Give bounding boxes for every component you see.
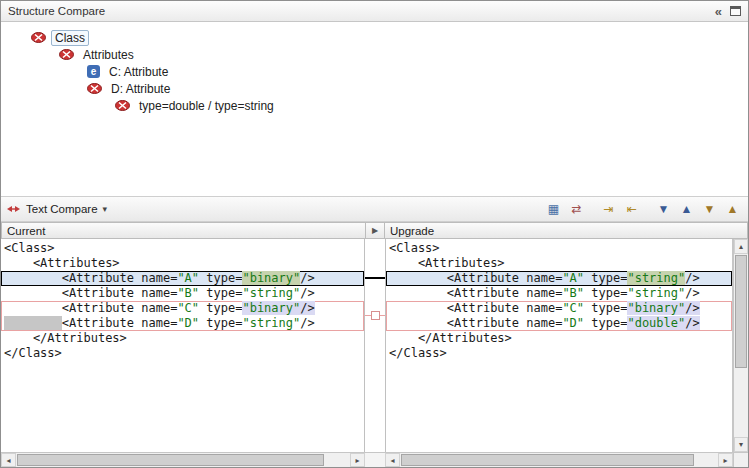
code-line[interactable]: <Attribute name="C" type="binary"/> xyxy=(386,301,732,316)
vertical-scrollbar[interactable]: ▴ ▾ xyxy=(733,239,748,452)
xml-code: /> xyxy=(685,286,699,300)
right-horizontal-scroll-thumb[interactable] xyxy=(401,454,694,466)
chevron-down-icon[interactable]: ▾ xyxy=(103,204,108,214)
maximize-pane-icon[interactable] xyxy=(730,6,741,16)
xml-attribute-value: "binary" xyxy=(627,301,685,315)
structure-compare-header: Structure Compare « xyxy=(1,1,748,22)
gutter-footer xyxy=(365,452,385,467)
right-horizontal-scrollbar[interactable]: ◂ ▸ xyxy=(385,452,733,467)
tree-item[interactable]: Attributes xyxy=(1,46,748,63)
copy-all-left-to-right-icon[interactable]: ⇥ xyxy=(598,200,619,219)
xml-code: <Attribute name= xyxy=(389,316,562,330)
xml-code: </Attributes> xyxy=(4,331,127,345)
left-horizontal-scroll-track[interactable] xyxy=(16,453,350,467)
selected-diff-connector xyxy=(365,277,385,279)
element-e-icon: e xyxy=(87,65,100,78)
code-line[interactable]: <Attribute name="C" type="binary"/> xyxy=(1,301,364,316)
scroll-right-button[interactable]: ▸ xyxy=(718,453,733,467)
code-line[interactable]: <Class> xyxy=(1,241,364,256)
left-code[interactable]: <Class> <Attributes> <Attribute name="A"… xyxy=(1,239,365,452)
change-handle[interactable] xyxy=(371,311,380,320)
tree-item[interactable]: eC: Attribute xyxy=(1,63,748,80)
collapse-chevrons-icon[interactable]: « xyxy=(715,4,721,19)
left-pane-title: Current xyxy=(7,225,45,237)
xml-attribute-value: "binary" xyxy=(242,271,300,285)
right-code[interactable]: <Class> <Attributes> <Attribute name="A"… xyxy=(385,239,733,452)
tree-item[interactable]: type=double / type=string xyxy=(1,97,748,114)
code-line[interactable]: <Attribute name="A" type="string"/> xyxy=(386,271,732,286)
xml-attribute-value: "A" xyxy=(177,271,199,285)
scroll-right-button[interactable]: ▸ xyxy=(350,453,365,467)
scroll-down-button[interactable]: ▾ xyxy=(734,437,748,452)
code-line[interactable]: </Attributes> xyxy=(1,331,364,346)
code-line[interactable]: <Class> xyxy=(386,241,732,256)
xml-attribute-value: "string" xyxy=(242,316,300,330)
compare-icon xyxy=(6,203,21,215)
previous-difference-icon[interactable]: ▲ xyxy=(676,200,697,219)
xml-code: /> xyxy=(685,301,699,315)
show-ancestor-pane-icon[interactable]: ▦ xyxy=(543,200,564,219)
scroll-left-button[interactable]: ◂ xyxy=(385,453,400,467)
vertical-scroll-thumb[interactable] xyxy=(735,255,747,368)
xml-code: /> xyxy=(685,271,699,285)
xml-attribute-value: "double" xyxy=(627,316,685,330)
structure-tree: ClassAttributeseC: AttributeD: Attribute… xyxy=(1,22,748,196)
scroll-left-button[interactable]: ◂ xyxy=(1,453,16,467)
next-difference-icon[interactable]: ▼ xyxy=(653,200,674,219)
xml-attribute-value: "string" xyxy=(627,286,685,300)
xml-attribute-value: "C" xyxy=(177,301,199,315)
xml-code: <Attributes> xyxy=(389,256,505,270)
xml-attribute-value: "D" xyxy=(562,316,584,330)
code-line[interactable]: <Attribute name="A" type="binary"/> xyxy=(1,271,364,286)
code-line[interactable]: <Attribute name="B" type="string"/> xyxy=(1,286,364,301)
xml-code: <Class> xyxy=(389,241,440,255)
xml-code: type= xyxy=(199,286,242,300)
code-line[interactable]: <Attributes> xyxy=(386,256,732,271)
left-horizontal-scroll-thumb[interactable] xyxy=(17,454,324,466)
code-line[interactable]: <Attribute name="D" type="double"/> xyxy=(386,316,732,331)
previous-change-icon[interactable]: ▲ xyxy=(722,200,743,219)
xml-code: /> xyxy=(300,301,314,315)
change-icon xyxy=(115,100,130,111)
right-pane-title: Upgrade xyxy=(390,225,434,237)
tree-item-label: type=double / type=string xyxy=(135,98,278,114)
xml-code: type= xyxy=(199,271,242,285)
code-line[interactable]: </Class> xyxy=(1,346,364,361)
xml-code: <Attribute name= xyxy=(4,301,177,315)
copy-all-right-to-left-icon[interactable]: ⇤ xyxy=(621,200,642,219)
change-icon xyxy=(87,83,102,94)
xml-code: <Class> xyxy=(4,241,55,255)
next-change-icon[interactable]: ▼ xyxy=(699,200,720,219)
left-horizontal-scrollbar[interactable]: ◂ ▸ xyxy=(1,452,365,467)
code-line[interactable]: <Attribute name="B" type="string"/> xyxy=(386,286,732,301)
xml-code: <Attribute name= xyxy=(4,271,177,285)
text-compare-toolbar: ▦⇄⇥⇤▼▲▼▲ xyxy=(543,200,743,219)
tree-item[interactable]: D: Attribute xyxy=(1,80,748,97)
scroll-up-button[interactable]: ▴ xyxy=(734,239,748,254)
xml-attribute-value: "A" xyxy=(562,271,584,285)
xml-attribute-value: "binary" xyxy=(242,301,300,315)
xml-code: type= xyxy=(199,301,242,315)
gutter-direction-button[interactable]: ▶ xyxy=(365,222,385,239)
xml-attribute-value: "string" xyxy=(242,286,300,300)
change-icon xyxy=(31,32,46,43)
tree-item[interactable]: Class xyxy=(1,29,748,46)
xml-code: type= xyxy=(199,316,242,330)
xml-code: /> xyxy=(685,316,699,330)
tree-item-label: D: Attribute xyxy=(107,81,174,97)
code-line[interactable]: <Attributes> xyxy=(1,256,364,271)
code-line[interactable]: <Attribute name="D" type="string"/> xyxy=(1,316,364,331)
xml-code: </Class> xyxy=(4,346,62,360)
window-glyph xyxy=(730,6,741,16)
vertical-scroll-track[interactable] xyxy=(734,254,748,437)
text-compare-title[interactable]: Text Compare xyxy=(26,203,98,215)
code-line[interactable]: </Class> xyxy=(386,346,732,361)
diff-gutter xyxy=(365,239,385,452)
right-horizontal-scroll-track[interactable] xyxy=(400,453,718,467)
code-line[interactable]: </Attributes> xyxy=(386,331,732,346)
scrollbar-corner xyxy=(733,452,748,467)
swap-left-and-right-icon[interactable]: ⇄ xyxy=(566,200,587,219)
structure-compare-title: Structure Compare xyxy=(8,5,105,17)
xml-attribute-value: "C" xyxy=(562,301,584,315)
xml-code: <Attribute name= xyxy=(389,271,562,285)
